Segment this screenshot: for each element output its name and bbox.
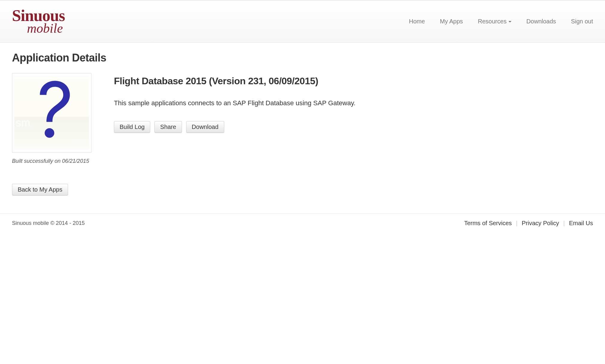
nav-resources[interactable]: Resources [478,18,511,25]
app-icon: sm [12,73,91,153]
brand-bottom: mobile [27,22,65,35]
right-column: Flight Database 2015 (Version 231, 06/09… [114,73,593,133]
footer-links: Terms of Services | Privacy Policy | Ema… [464,220,593,227]
app-details: sm Built successfully on 06/21/2015 Flig… [12,73,593,164]
share-button[interactable]: Share [154,121,182,133]
footer-privacy[interactable]: Privacy Policy [522,220,559,227]
left-column: sm Built successfully on 06/21/2015 [12,73,93,164]
nav-sign-out[interactable]: Sign out [571,18,593,25]
main-nav: Home My Apps Resources Downloads Sign ou… [409,18,593,25]
footer-separator: | [516,220,517,227]
app-icon-inner: sm [14,76,89,150]
nav-home[interactable]: Home [409,18,425,25]
footer-terms[interactable]: Terms of Services [464,220,512,227]
app-description: This sample applications connects to an … [114,99,384,108]
icon-watermark: sm [16,117,31,129]
back-row: Back to My Apps [12,184,593,195]
back-button[interactable]: Back to My Apps [12,184,68,195]
main-content: Application Details sm Built successfull… [0,43,605,213]
download-button[interactable]: Download [186,121,224,133]
header: Sinuous mobile Home My Apps Resources Do… [0,0,605,43]
question-mark-icon [31,78,73,141]
app-title: Flight Database 2015 (Version 231, 06/09… [114,76,593,87]
nav-downloads[interactable]: Downloads [526,18,556,25]
footer-separator: | [563,220,565,227]
action-buttons: Build Log Share Download [114,121,593,133]
chevron-down-icon [508,21,511,22]
build-log-button[interactable]: Build Log [114,121,150,133]
svg-point-0 [45,128,54,138]
footer: Sinuous mobile © 2014 - 2015 Terms of Se… [0,213,605,233]
brand-logo[interactable]: Sinuous mobile [12,7,65,35]
build-status: Built successfully on 06/21/2015 [12,158,93,164]
nav-resources-label: Resources [478,18,507,25]
footer-email[interactable]: Email Us [569,220,593,227]
page-title: Application Details [12,52,593,64]
nav-my-apps[interactable]: My Apps [440,18,463,25]
footer-copyright: Sinuous mobile © 2014 - 2015 [12,220,85,226]
